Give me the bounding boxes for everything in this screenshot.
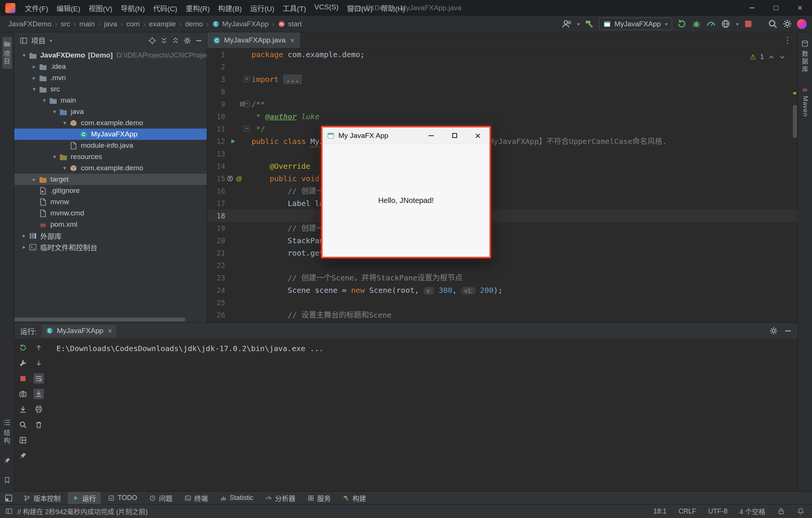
code-line[interactable]: 20 StackPane root = new StackPane(); xyxy=(207,235,798,247)
javafx-titlebar[interactable]: My JavaFX App × xyxy=(323,127,489,144)
print-button[interactable] xyxy=(33,404,44,415)
render-doc-icon[interactable] xyxy=(239,101,246,108)
inspections-widget[interactable]: ⚠ 1 xyxy=(747,52,788,62)
pin-tab-button[interactable] xyxy=(18,450,28,461)
menu-item-0[interactable]: 文件(F) xyxy=(21,1,52,15)
rerun-button[interactable] xyxy=(18,342,28,353)
tree-row[interactable]: module-info.java xyxy=(14,140,207,151)
run-button[interactable] xyxy=(677,19,687,29)
indent-setting[interactable]: 4 个空格 xyxy=(739,506,765,516)
breadcrumb-item[interactable]: src xyxy=(61,20,70,28)
dump-to-file-button[interactable] xyxy=(18,404,28,415)
editor-scrollbar[interactable] xyxy=(792,48,798,323)
tree-row[interactable]: ▾JavaFXDemo[Demo]D:\IDEAProjects\JCNCPro… xyxy=(14,50,207,61)
chevron-down-icon[interactable]: ▾ xyxy=(50,38,52,44)
close-button[interactable]: × xyxy=(788,0,812,16)
coverage-button[interactable] xyxy=(721,19,731,29)
tree-row[interactable]: ▾src xyxy=(14,83,207,95)
tree-chevron-icon[interactable]: ▾ xyxy=(20,52,29,59)
scroll-to-end-button[interactable] xyxy=(33,389,44,399)
tool-window-button-play[interactable]: 运行 xyxy=(68,492,101,504)
code-line[interactable]: 19 // 创建一个StackPane布局容器 xyxy=(207,222,798,235)
tree-row[interactable]: ▸target xyxy=(14,174,207,185)
code-line[interactable]: 26 // 设置主舞台的标题和Scene xyxy=(207,309,798,321)
code-text[interactable]: // 设置主舞台的标题和Scene xyxy=(251,309,798,321)
breadcrumb-item[interactable]: demo xyxy=(185,20,203,28)
gutter[interactable]: 8 xyxy=(207,86,251,98)
tree-chevron-icon[interactable]: ▾ xyxy=(50,153,59,160)
gutter[interactable]: 17 xyxy=(207,197,251,210)
code-line[interactable]: 22 xyxy=(207,259,798,272)
tree-chevron-icon[interactable]: ▾ xyxy=(60,165,69,171)
expand-all-icon[interactable] xyxy=(160,36,168,45)
gutter[interactable]: 24 xyxy=(207,284,251,297)
tree-row[interactable]: ▾java xyxy=(14,106,207,117)
tree-row[interactable]: ▸外部库 xyxy=(14,230,207,241)
clear-all-button[interactable] xyxy=(33,420,44,430)
gutter[interactable]: 12 xyxy=(207,135,251,148)
strip-tab-数据库[interactable]: 数据库 xyxy=(800,37,810,76)
gutter[interactable]: 25 xyxy=(207,297,251,309)
tree-chevron-icon[interactable]: ▸ xyxy=(20,232,29,239)
profiler-button[interactable] xyxy=(706,19,716,29)
tree-row[interactable]: ▸.idea xyxy=(14,61,207,72)
search-everywhere-icon[interactable] xyxy=(768,19,778,29)
menu-item-9[interactable]: VCS(S) xyxy=(310,1,342,15)
gutter[interactable]: 22 xyxy=(207,259,251,272)
menu-item-4[interactable]: 代码(C) xyxy=(149,1,181,15)
tool-window-button-todo[interactable]: TODO xyxy=(103,492,142,503)
prev-stacktrace-button[interactable] xyxy=(33,342,44,353)
code-line[interactable]: 8 xyxy=(207,86,798,98)
gutter[interactable]: 1 xyxy=(207,48,251,61)
tree-row[interactable]: .gitignore xyxy=(14,185,207,196)
code-editor[interactable]: 1package com.example.demo;23+import ...8… xyxy=(207,48,798,323)
breadcrumb-item[interactable]: JavaFXDemo xyxy=(8,20,52,28)
tree-row[interactable]: ▸临时文件和控制台 xyxy=(14,241,207,253)
gutter[interactable]: 23 xyxy=(207,272,251,284)
menu-item-5[interactable]: 重构(R) xyxy=(182,1,214,15)
run-tab[interactable]: C MyJavaFXApp × xyxy=(42,325,116,337)
gutter[interactable]: 10 xyxy=(207,111,251,123)
code-line[interactable]: 16 // 创建一个Label控件 xyxy=(207,185,798,197)
javafx-app-window[interactable]: My JavaFX App × Hello, JNotepad! xyxy=(321,126,491,258)
close-run-tab-icon[interactable]: × xyxy=(108,327,112,335)
strip-tab-Maven[interactable]: mMaven xyxy=(800,82,810,120)
code-line[interactable]: 23 // 创建一个Scene，并将StackPane设置为根节点 xyxy=(207,272,798,284)
notifications-bell-icon[interactable] xyxy=(797,507,804,515)
gutter[interactable]: 26 xyxy=(207,309,251,321)
code-with-me-icon[interactable] xyxy=(562,19,572,29)
tool-window-switcher-icon[interactable] xyxy=(5,494,13,502)
code-text[interactable] xyxy=(251,259,798,272)
restore-layout-button[interactable] xyxy=(18,435,28,445)
code-line[interactable]: 11− */ xyxy=(207,123,798,135)
soft-wrap-button[interactable] xyxy=(33,373,44,384)
file-encoding[interactable]: UTF-8 xyxy=(708,507,727,515)
code-line[interactable]: 3+import ... xyxy=(207,73,798,86)
fold-marker-icon[interactable]: + xyxy=(244,76,250,82)
code-text[interactable]: package com.example.demo; xyxy=(251,48,798,61)
tree-row[interactable]: ▸.mvn xyxy=(14,72,207,83)
gutter[interactable]: 18 xyxy=(207,210,251,222)
maximize-button[interactable] xyxy=(764,0,788,16)
layout-icon[interactable] xyxy=(5,507,13,515)
code-line[interactable]: 21 root.getChildren().add(label); xyxy=(207,247,798,259)
code-text[interactable]: import ... xyxy=(251,73,798,86)
code-line[interactable]: 14 @Override xyxy=(207,160,798,173)
read-only-lock-icon[interactable] xyxy=(777,507,785,515)
project-panel-title[interactable]: 项目 xyxy=(31,35,45,45)
run-console[interactable]: E:\Downloads\CodesDownloads\jdk\jdk-17.0… xyxy=(47,339,798,491)
breadcrumb-item[interactable]: example xyxy=(149,20,176,28)
search-console-button[interactable] xyxy=(18,420,28,430)
tool-window-button-chart[interactable]: Statistic xyxy=(215,492,258,503)
next-stacktrace-button[interactable] xyxy=(33,358,44,368)
gutter[interactable]: 9− xyxy=(207,98,251,111)
tree-row[interactable]: CMyJavaFXApp xyxy=(14,129,207,140)
tree-chevron-icon[interactable]: ▾ xyxy=(30,86,39,92)
line-ending[interactable]: CRLF xyxy=(679,507,696,515)
gutter[interactable]: 3+ xyxy=(207,73,251,86)
tree-row[interactable]: mvnw xyxy=(14,196,207,208)
menu-item-3[interactable]: 导航(N) xyxy=(117,1,149,15)
javafx-close-button[interactable]: × xyxy=(466,127,489,144)
stop-button[interactable] xyxy=(743,19,753,29)
breadcrumb-item[interactable]: CMyJavaFXApp xyxy=(212,20,269,28)
